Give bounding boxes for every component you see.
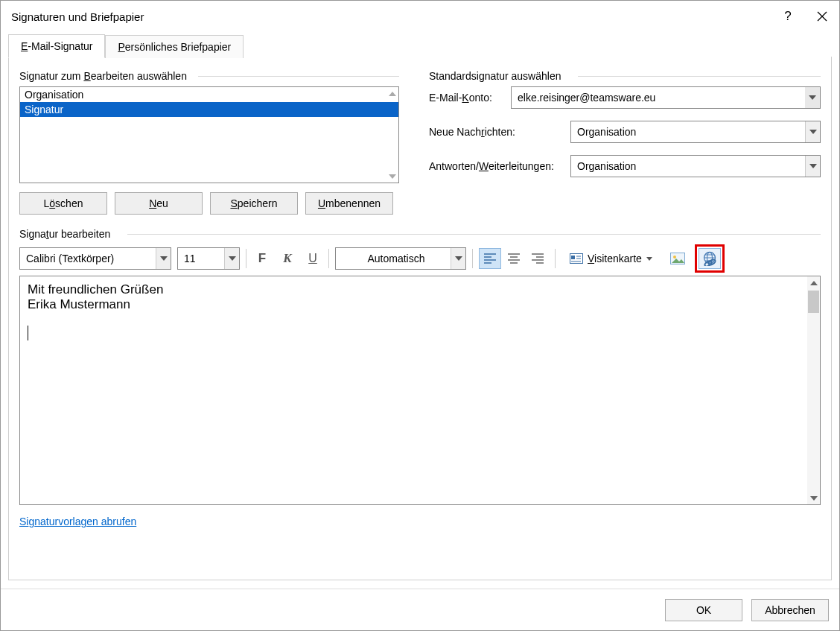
signature-select-label: Signatur zum Bearbeiten auswählen — [19, 70, 399, 82]
business-card-button[interactable]: Visitenkarte — [561, 248, 661, 269]
new-button[interactable]: Neu — [115, 192, 203, 215]
signature-editor[interactable]: Mit freundlichen Grüßen Erika Mustermann — [19, 276, 821, 505]
replies-combo[interactable]: Organisation — [570, 155, 821, 177]
get-templates-link[interactable]: Signaturvorlagen abrufen — [19, 516, 136, 527]
toolbar-separator — [555, 249, 556, 268]
vcard-icon — [570, 253, 583, 264]
delete-button[interactable]: Löschen — [19, 192, 107, 215]
editor-scrollbar[interactable] — [807, 276, 820, 504]
signature-buttons: Löschen Neu Speichern Umbenennen — [19, 192, 399, 215]
font-combo[interactable]: Calibri (Textkörper) — [19, 247, 171, 270]
svg-rect-1 — [571, 256, 575, 259]
scroll-thumb[interactable] — [808, 291, 819, 313]
underline-button[interactable]: U — [303, 249, 322, 268]
align-left-button[interactable] — [479, 248, 501, 269]
tab-content: Signatur zum Bearbeiten auswählen Organi… — [8, 57, 832, 580]
scroll-down-icon[interactable] — [386, 170, 398, 183]
dialog-footer: OK Abbrechen — [1, 589, 839, 630]
list-item[interactable]: Signatur — [20, 102, 398, 117]
text-caret — [28, 326, 28, 340]
replies-label: Antworten/Weiterleitungen: — [429, 160, 570, 172]
insert-picture-button[interactable] — [666, 248, 689, 269]
edit-signature-group: Signatur bearbeiten Calibri (Textkörper)… — [19, 228, 821, 505]
rename-button[interactable]: Umbenennen — [305, 192, 393, 215]
scroll-up-icon[interactable] — [386, 87, 398, 100]
default-signature-form: E-Mail-Konto: elke.reisinger@teamsware.e… — [429, 86, 821, 177]
default-signature-label: Standardsignatur auswählen — [429, 70, 821, 82]
chevron-down-icon — [805, 121, 820, 142]
alignment-group — [479, 248, 549, 269]
scroll-down-icon[interactable] — [807, 492, 820, 504]
insert-hyperlink-button[interactable] — [699, 248, 721, 269]
titlebar: Signaturen und Briefpapier ? — [1, 1, 839, 32]
font-color-combo[interactable]: Automatisch — [335, 247, 466, 270]
tab-personal-stationery[interactable]: Persönliches Briefpapier — [105, 35, 244, 58]
edit-signature-label: Signatur bearbeiten — [19, 228, 821, 240]
save-button[interactable]: Speichern — [210, 192, 298, 215]
dialog: Signaturen und Briefpapier ? E-Mail-Sign… — [0, 0, 840, 631]
ok-button[interactable]: OK — [665, 599, 742, 621]
account-combo[interactable]: elke.reisinger@teamsware.eu — [511, 86, 821, 109]
cancel-button[interactable]: Abbrechen — [751, 599, 829, 621]
chevron-down-icon — [805, 87, 820, 108]
signature-listbox[interactable]: Organisation Signatur — [19, 86, 399, 183]
toolbar-separator — [472, 249, 473, 268]
top-columns: Signatur zum Bearbeiten auswählen Organi… — [19, 70, 821, 215]
editor-line: Erika Mustermann — [28, 297, 812, 312]
dialog-title: Signaturen und Briefpapier — [11, 10, 771, 23]
align-right-button[interactable] — [526, 248, 549, 269]
svg-point-3 — [673, 256, 676, 259]
scroll-up-icon[interactable] — [807, 276, 820, 289]
help-button[interactable]: ? — [771, 1, 805, 32]
default-signature-group: Standardsignatur auswählen E-Mail-Konto:… — [429, 70, 821, 215]
font-size-combo[interactable]: 11 — [177, 247, 240, 270]
list-item[interactable]: Organisation — [20, 87, 398, 102]
editor-line: Mit freundlichen Grüßen — [28, 282, 812, 297]
chevron-down-icon — [646, 257, 652, 261]
chevron-down-icon — [451, 248, 465, 269]
italic-button[interactable]: K — [278, 249, 297, 268]
toolbar-separator — [328, 249, 329, 268]
tab-email-signature[interactable]: E-Mail-Signatur — [8, 34, 105, 58]
close-button[interactable] — [805, 1, 839, 32]
bold-button[interactable]: F — [252, 249, 272, 268]
chevron-down-icon — [156, 248, 171, 269]
toolbar-separator — [246, 249, 246, 268]
highlight-annotation — [695, 244, 725, 273]
align-center-button[interactable] — [503, 248, 525, 269]
signature-select-group: Signatur zum Bearbeiten auswählen Organi… — [19, 70, 399, 215]
listbox-scrollbar[interactable] — [386, 87, 398, 183]
tabs: E-Mail-Signatur Persönliches Briefpapier — [1, 32, 839, 57]
chevron-down-icon — [805, 156, 820, 177]
chevron-down-icon — [224, 248, 239, 269]
editor-toolbar: Calibri (Textkörper) 11 F K U Automatisc… — [19, 246, 821, 271]
new-messages-combo[interactable]: Organisation — [570, 121, 821, 143]
new-messages-label: Neue Nachrichten: — [429, 126, 570, 138]
